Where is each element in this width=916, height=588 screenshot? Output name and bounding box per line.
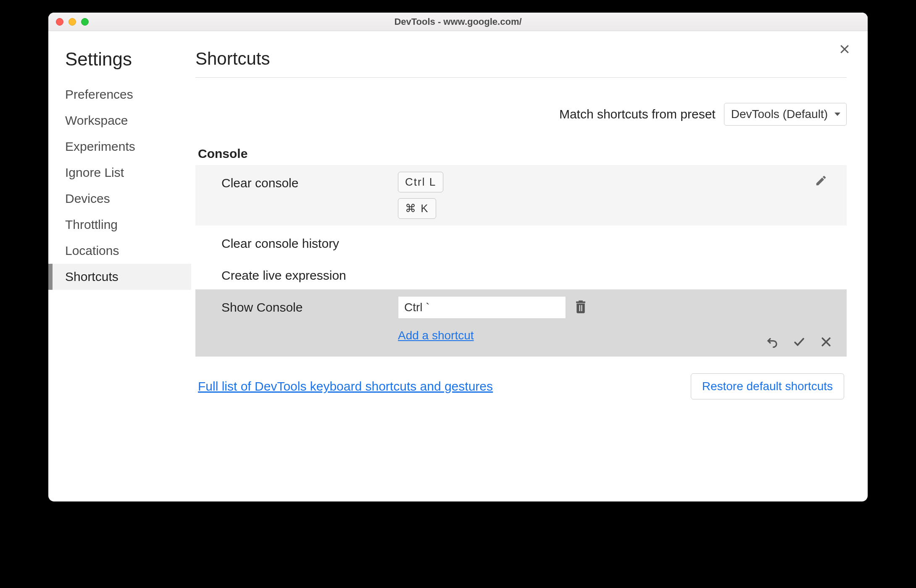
devtools-settings-window: DevTools - www.google.com/ Settings Pref… bbox=[48, 13, 868, 501]
window-title: DevTools - www.google.com/ bbox=[394, 16, 521, 27]
shortcut-label: Create live expression bbox=[221, 264, 398, 283]
edit-actions bbox=[766, 336, 832, 350]
full-list-link[interactable]: Full list of DevTools keyboard shortcuts… bbox=[198, 379, 493, 394]
edit-icon[interactable] bbox=[815, 174, 827, 189]
sidebar-item-experiments[interactable]: Experiments bbox=[48, 134, 191, 160]
preset-select[interactable]: DevTools (Default) bbox=[724, 103, 847, 126]
shortcut-input[interactable] bbox=[398, 296, 566, 319]
sidebar-item-throttling[interactable]: Throttling bbox=[48, 212, 191, 238]
sidebar-item-locations[interactable]: Locations bbox=[48, 238, 191, 264]
footer-row: Full list of DevTools keyboard shortcuts… bbox=[195, 373, 847, 399]
confirm-icon[interactable] bbox=[793, 336, 805, 350]
sidebar-item-preferences[interactable]: Preferences bbox=[48, 81, 191, 108]
main-panel: Shortcuts Match shortcuts from preset De… bbox=[191, 31, 868, 501]
shortcut-keys: Ctrl L ⌘ K bbox=[398, 172, 443, 219]
sidebar-item-workspace[interactable]: Workspace bbox=[48, 108, 191, 134]
preset-select-value: DevTools (Default) bbox=[731, 108, 828, 121]
restore-defaults-button[interactable]: Restore default shortcuts bbox=[691, 373, 844, 399]
shortcut-row-clear-console: Clear console Ctrl L ⌘ K bbox=[195, 165, 847, 226]
window-minimize-button[interactable] bbox=[68, 18, 76, 26]
trash-icon[interactable] bbox=[574, 299, 587, 315]
sidebar-item-ignore-list[interactable]: Ignore List bbox=[48, 160, 191, 186]
undo-icon[interactable] bbox=[766, 336, 779, 350]
preset-row: Match shortcuts from preset DevTools (De… bbox=[195, 103, 847, 126]
sidebar-heading: Settings bbox=[48, 49, 191, 70]
key-chip: Ctrl L bbox=[398, 172, 443, 192]
shortcut-row-show-console: Show Console Add a shortcut bbox=[195, 289, 847, 357]
cancel-icon[interactable] bbox=[820, 336, 832, 350]
shortcut-row-create-live-expression: Create live expression bbox=[195, 257, 847, 289]
sidebar-item-shortcuts[interactable]: Shortcuts bbox=[48, 264, 191, 290]
shortcut-row-clear-console-history: Clear console history bbox=[195, 226, 847, 257]
titlebar: DevTools - www.google.com/ bbox=[48, 13, 868, 31]
window-zoom-button[interactable] bbox=[81, 18, 89, 26]
shortcut-label: Show Console bbox=[221, 296, 398, 315]
traffic-lights bbox=[56, 18, 89, 26]
shortcut-label: Clear console bbox=[221, 172, 398, 190]
page-title: Shortcuts bbox=[195, 49, 847, 78]
close-icon[interactable] bbox=[838, 43, 851, 57]
key-chip: ⌘ K bbox=[398, 198, 436, 219]
add-shortcut-link[interactable]: Add a shortcut bbox=[398, 329, 474, 342]
preset-label: Match shortcuts from preset bbox=[559, 107, 716, 121]
section-heading-console: Console bbox=[195, 147, 847, 161]
shortcut-label: Clear console history bbox=[221, 232, 398, 251]
sidebar-item-devices[interactable]: Devices bbox=[48, 186, 191, 212]
settings-sidebar: Settings Preferences Workspace Experimen… bbox=[48, 31, 191, 501]
window-close-button[interactable] bbox=[56, 18, 63, 26]
